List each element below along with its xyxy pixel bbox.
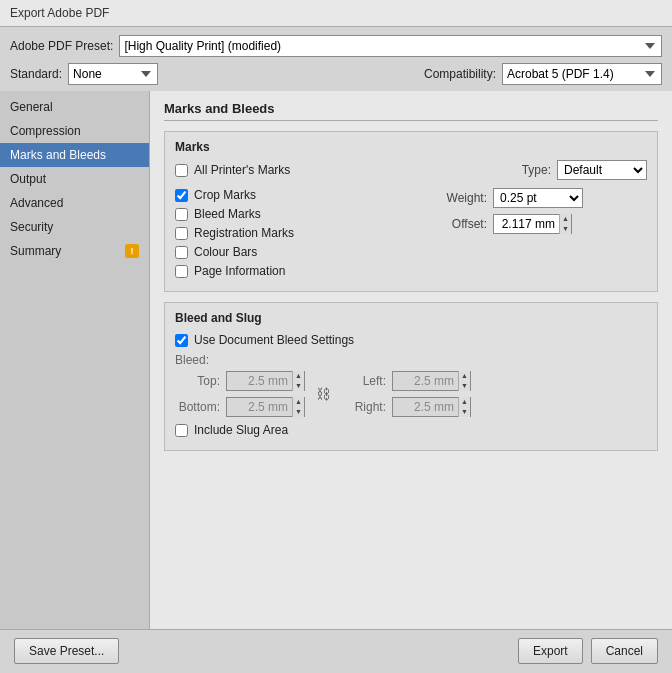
weight-label: Weight: (427, 191, 487, 205)
colour-bars-row: Colour Bars (175, 245, 407, 259)
standard-select[interactable]: None (68, 63, 158, 85)
registration-marks-row: Registration Marks (175, 226, 407, 240)
bleed-title: Bleed and Slug (175, 311, 647, 325)
sidebar-item-advanced[interactable]: Advanced (0, 191, 149, 215)
bleed-bottom-field: Bottom: 2.5 mm ▲ ▼ (175, 397, 305, 417)
registration-marks-checkbox[interactable] (175, 227, 188, 240)
include-slug-label[interactable]: Include Slug Area (194, 423, 288, 437)
bleed-bottom-input[interactable]: 2.5 mm (227, 398, 292, 416)
bleed-tb-col: Top: 2.5 mm ▲ ▼ Bottom: (175, 371, 305, 417)
bleed-left-decrement[interactable]: ▼ (458, 381, 470, 391)
export-button[interactable]: Export (518, 638, 583, 664)
sidebar: General Compression Marks and Bleeds Out… (0, 91, 150, 629)
save-preset-button[interactable]: Save Preset... (14, 638, 119, 664)
use-document-bleed-checkbox[interactable] (175, 334, 188, 347)
bleed-top-label: Top: (175, 374, 220, 388)
bleed-lr-col: Left: 2.5 mm ▲ ▼ Right: (341, 371, 471, 417)
use-document-bleed-label[interactable]: Use Document Bleed Settings (194, 333, 354, 347)
bleed-right-increment[interactable]: ▲ (458, 397, 470, 407)
weight-select[interactable]: 0.25 pt (493, 188, 583, 208)
link-icon: ⛓ (315, 386, 331, 402)
weight-row: Weight: 0.25 pt (427, 188, 647, 208)
bleed-right-spinner: 2.5 mm ▲ ▼ (392, 397, 471, 417)
marks-cols: Crop Marks Bleed Marks Registration Mark… (175, 188, 647, 283)
offset-increment-button[interactable]: ▲ (559, 214, 571, 224)
include-slug-row: Include Slug Area (175, 423, 647, 437)
sidebar-item-summary[interactable]: Summary ! (0, 239, 149, 263)
use-document-bleed-row: Use Document Bleed Settings (175, 333, 647, 347)
compat-section: Compatibility: Acrobat 5 (PDF 1.4) (424, 63, 662, 85)
bleed-top-increment[interactable]: ▲ (292, 371, 304, 381)
sidebar-item-output-label: Output (10, 172, 46, 186)
bleed-right-input[interactable]: 2.5 mm (393, 398, 458, 416)
sidebar-item-marks-bleeds[interactable]: Marks and Bleeds (0, 143, 149, 167)
footer-right-buttons: Export Cancel (518, 638, 658, 664)
all-printers-marks-row: All Printer's Marks (175, 163, 290, 177)
all-printers-marks-label[interactable]: All Printer's Marks (194, 163, 290, 177)
bleed-right-label: Right: (341, 400, 386, 414)
all-printers-marks-checkbox[interactable] (175, 164, 188, 177)
bleed-label: Bleed: (175, 353, 647, 367)
bleed-left-spinner: 2.5 mm ▲ ▼ (392, 371, 471, 391)
page-information-label[interactable]: Page Information (194, 264, 285, 278)
footer: Save Preset... Export Cancel (0, 629, 672, 672)
bleed-left-increment[interactable]: ▲ (458, 371, 470, 381)
marks-section: Marks All Printer's Marks Type: Default (164, 131, 658, 292)
type-select[interactable]: Default (557, 160, 647, 180)
marks-checkboxes: Crop Marks Bleed Marks Registration Mark… (175, 188, 407, 283)
include-slug-checkbox[interactable] (175, 424, 188, 437)
bleed-top-input[interactable]: 2.5 mm (227, 372, 292, 390)
crop-marks-checkbox[interactable] (175, 189, 188, 202)
offset-decrement-button[interactable]: ▼ (559, 224, 571, 234)
sidebar-item-compression-label: Compression (10, 124, 81, 138)
bleed-fields: Bleed: Top: 2.5 mm ▲ ▼ (175, 353, 647, 437)
bleed-marks-label[interactable]: Bleed Marks (194, 207, 261, 221)
bleed-section: Bleed and Slug Use Document Bleed Settin… (164, 302, 658, 451)
title-bar: Export Adobe PDF (0, 0, 672, 27)
registration-marks-label[interactable]: Registration Marks (194, 226, 294, 240)
offset-row: Offset: 2.117 mm ▲ ▼ (427, 214, 647, 234)
offset-input[interactable]: 2.117 mm (494, 215, 559, 233)
bleed-bottom-label: Bottom: (175, 400, 220, 414)
offset-label: Offset: (427, 217, 487, 231)
bleed-marks-row: Bleed Marks (175, 207, 407, 221)
standard-compat-row: Standard: None Compatibility: Acrobat 5 … (0, 61, 672, 91)
sidebar-item-output[interactable]: Output (0, 167, 149, 191)
bleed-bottom-spinner-buttons: ▲ ▼ (292, 397, 304, 417)
type-label: Type: (521, 163, 551, 177)
main-panel: Marks and Bleeds Marks All Printer's Mar… (150, 91, 672, 629)
colour-bars-checkbox[interactable] (175, 246, 188, 259)
preset-select[interactable]: [High Quality Print] (modified) (119, 35, 662, 57)
sidebar-item-security-label: Security (10, 220, 53, 234)
offset-spinner-buttons: ▲ ▼ (559, 214, 571, 234)
sidebar-item-compression[interactable]: Compression (0, 119, 149, 143)
standard-label: Standard: (10, 67, 62, 81)
bleed-top-spinner: 2.5 mm ▲ ▼ (226, 371, 305, 391)
bleed-left-spinner-buttons: ▲ ▼ (458, 371, 470, 391)
compat-select[interactable]: Acrobat 5 (PDF 1.4) (502, 63, 662, 85)
sidebar-item-security[interactable]: Security (0, 215, 149, 239)
preset-label: Adobe PDF Preset: (10, 39, 113, 53)
title-text: Export Adobe PDF (10, 6, 109, 20)
colour-bars-label[interactable]: Colour Bars (194, 245, 257, 259)
main-container: Adobe PDF Preset: [High Quality Print] (… (0, 27, 672, 672)
sidebar-item-marks-bleeds-label: Marks and Bleeds (10, 148, 106, 162)
bleed-top-spinner-buttons: ▲ ▼ (292, 371, 304, 391)
bleed-left-input[interactable]: 2.5 mm (393, 372, 458, 390)
page-information-checkbox[interactable] (175, 265, 188, 278)
page-information-row: Page Information (175, 264, 407, 278)
panel-title: Marks and Bleeds (164, 101, 658, 121)
bleed-right-decrement[interactable]: ▼ (458, 407, 470, 417)
bleed-bottom-decrement[interactable]: ▼ (292, 407, 304, 417)
compat-label: Compatibility: (424, 67, 496, 81)
bleed-top-decrement[interactable]: ▼ (292, 381, 304, 391)
bleed-bottom-increment[interactable]: ▲ (292, 397, 304, 407)
bleed-marks-checkbox[interactable] (175, 208, 188, 221)
bleed-right-spinner-buttons: ▲ ▼ (458, 397, 470, 417)
bleed-top-field: Top: 2.5 mm ▲ ▼ (175, 371, 305, 391)
standard-section: Standard: None (10, 63, 158, 85)
warning-icon: ! (125, 244, 139, 258)
cancel-button[interactable]: Cancel (591, 638, 658, 664)
crop-marks-label[interactable]: Crop Marks (194, 188, 256, 202)
sidebar-item-general[interactable]: General (0, 95, 149, 119)
